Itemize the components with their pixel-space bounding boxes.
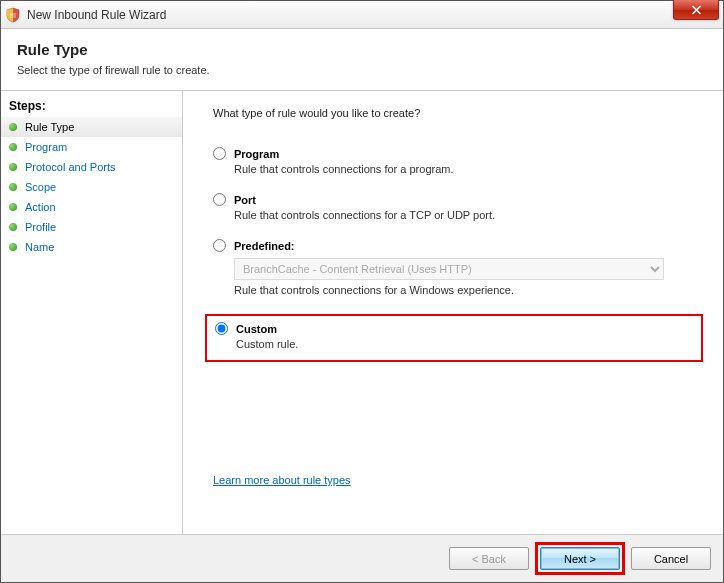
question-text: What type of rule would you like to crea… [213,107,703,119]
option-label: Predefined: [234,240,295,252]
bullet-icon [9,163,17,171]
option-desc: Rule that controls connections for a pro… [234,163,703,175]
bullet-icon [9,143,17,151]
step-label: Scope [25,181,56,193]
learn-more-link[interactable]: Learn more about rule types [213,474,703,486]
page-title: Rule Type [17,41,707,58]
bullet-icon [9,183,17,191]
step-scope[interactable]: Scope [1,177,182,197]
bullet-icon [9,203,17,211]
radio-custom[interactable] [215,322,228,335]
highlight-custom: Custom Custom rule. [205,314,703,362]
steps-heading: Steps: [1,99,182,117]
step-protocol-ports[interactable]: Protocol and Ports [1,157,182,177]
option-label: Program [234,148,279,160]
wizard-window: New Inbound Rule Wizard Rule Type Select… [0,0,724,583]
back-button[interactable]: < Back [449,547,529,570]
window-title: New Inbound Rule Wizard [27,8,166,22]
body: Steps: Rule Type Program Protocol and Po… [1,91,723,534]
step-action[interactable]: Action [1,197,182,217]
bullet-icon [9,243,17,251]
highlight-next: Next > [535,542,625,575]
option-label: Port [234,194,256,206]
option-port: Port Rule that controls connections for … [213,193,703,221]
main-content: What type of rule would you like to crea… [183,91,723,534]
next-button[interactable]: Next > [540,547,620,570]
header-pane: Rule Type Select the type of firewall ru… [1,29,723,91]
option-desc: Rule that controls connections for a Win… [234,284,703,296]
cancel-button[interactable]: Cancel [631,547,711,570]
page-subtitle: Select the type of firewall rule to crea… [17,64,707,76]
footer-buttons: < Back Next > Cancel [1,534,723,582]
step-label: Protocol and Ports [25,161,116,173]
step-program[interactable]: Program [1,137,182,157]
step-label: Name [25,241,54,253]
svg-rect-0 [10,13,16,18]
predefined-dropdown[interactable]: BranchCache - Content Retrieval (Uses HT… [234,258,664,280]
option-program: Program Rule that controls connections f… [213,147,703,175]
radio-predefined[interactable] [213,239,226,252]
option-desc: Custom rule. [236,338,693,350]
step-label: Program [25,141,67,153]
close-button[interactable] [673,0,719,20]
step-label: Rule Type [25,121,74,133]
option-desc: Rule that controls connections for a TCP… [234,209,703,221]
steps-sidebar: Steps: Rule Type Program Protocol and Po… [1,91,183,534]
bullet-icon [9,223,17,231]
rule-type-options: Program Rule that controls connections f… [213,147,703,362]
bullet-icon [9,123,17,131]
option-predefined: Predefined: BranchCache - Content Retrie… [213,239,703,296]
step-profile[interactable]: Profile [1,217,182,237]
option-custom: Custom Custom rule. [215,322,693,350]
step-label: Action [25,201,56,213]
radio-port[interactable] [213,193,226,206]
option-label: Custom [236,323,277,335]
step-label: Profile [25,221,56,233]
step-rule-type[interactable]: Rule Type [1,117,182,137]
titlebar: New Inbound Rule Wizard [1,1,723,29]
radio-program[interactable] [213,147,226,160]
firewall-shield-icon [5,7,21,23]
step-name[interactable]: Name [1,237,182,257]
